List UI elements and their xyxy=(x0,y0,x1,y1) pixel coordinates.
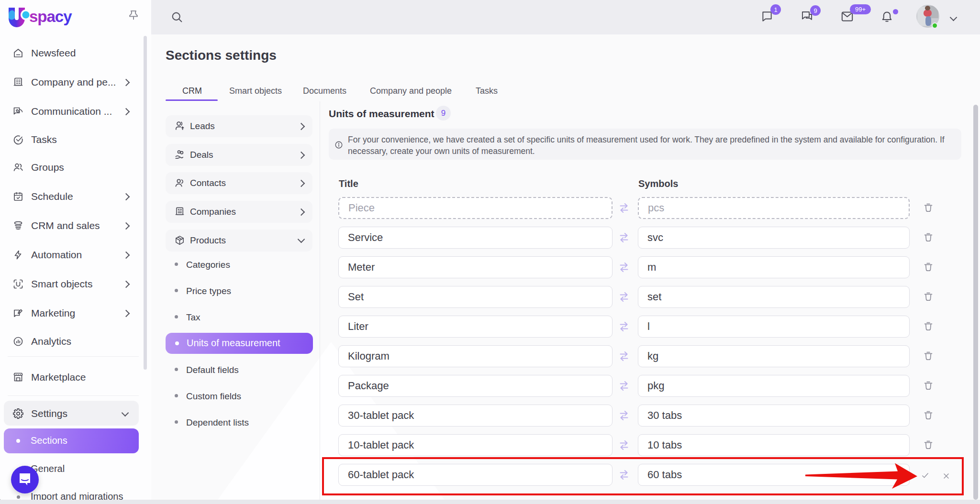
svg-text:spacy: spacy xyxy=(29,8,72,25)
